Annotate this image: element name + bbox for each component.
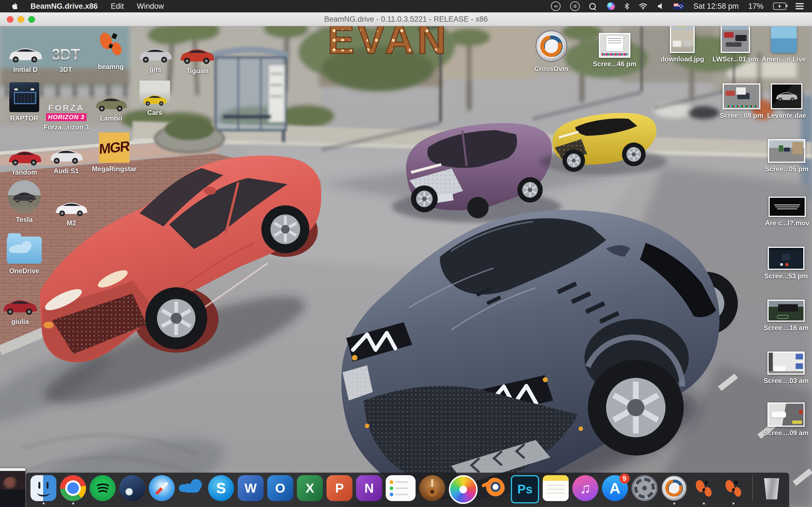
dock-item-powerpoint[interactable]: P [326, 475, 352, 504]
duet-display-icon[interactable]: d [570, 1, 580, 11]
menu-edit[interactable]: Edit [111, 2, 124, 11]
word-icon: W [238, 475, 264, 501]
menu-bar: BeamNG.drive.x86 Edit Window ∞ d Sat 12:… [0, 0, 812, 12]
australia-flag-icon[interactable] [673, 1, 684, 11]
desktop-icon-label: Scree....03 am [763, 377, 809, 385]
dock-item-beamng-1[interactable] [691, 475, 717, 504]
dock-item-system-preferences[interactable] [631, 475, 658, 504]
dock-item-notes[interactable] [543, 475, 569, 504]
desktop-icon-screenshot-46pm[interactable]: Scree...46 pm [591, 21, 639, 68]
desktop-icon-beamng[interactable]: beamng [87, 24, 135, 71]
minimized-window-thumbnail[interactable] [0, 468, 26, 507]
desktop-icon-crossover[interactable]: CrossOver [527, 26, 575, 73]
dock-item-outlook[interactable]: O [267, 475, 293, 504]
dock-item-chrome[interactable] [60, 475, 86, 504]
m2-thumbnail [53, 180, 89, 217]
dock-item-garageband[interactable] [419, 475, 445, 504]
desktop-icon-label: Scree....09 am [763, 429, 809, 437]
dock-item-trash[interactable] [759, 475, 784, 504]
desktop-icon-screenshot-16am[interactable]: Scree....16 am [762, 285, 810, 332]
desktop-icon-onedrive-folder[interactable]: OneDrive [0, 228, 48, 275]
desktop-icon-screenshot-53pm[interactable]: Scree...53 pm [762, 233, 810, 280]
desktop-icon-tesla[interactable]: Tesla [0, 177, 48, 224]
screenshot-thumbnail [767, 402, 805, 427]
wifi-icon[interactable] [639, 1, 648, 11]
tesla-thumbnail [8, 180, 41, 214]
menu-app-name[interactable]: BeamNG.drive.x86 [31, 2, 98, 11]
desktop-icon-label: Scree...53 pm [764, 272, 808, 280]
desktop-icon-levante-dae[interactable]: Levante.dae [763, 73, 811, 119]
3dt-logo: 3DT [52, 45, 80, 63]
adobe-creative-cloud-icon[interactable]: ∞ [551, 1, 560, 11]
desktop-icon-forza-horizon-3[interactable]: FORZAHORIZON 3 Forza...rizon 3 [42, 84, 90, 131]
menu-clock[interactable]: Sat 12:58 pm [693, 2, 739, 11]
desktop-icon-screenshot-09am[interactable]: Scree....09 am [762, 390, 810, 437]
onedrive-icon [179, 475, 204, 501]
volume-icon[interactable] [657, 1, 664, 11]
battery-charging-icon[interactable] [773, 1, 786, 11]
battery-percent: 17% [748, 2, 763, 11]
desktop-icon-screenshot-08pm[interactable]: Scree...08 pm [718, 73, 765, 119]
dock-item-beamng-2[interactable] [720, 475, 746, 504]
apple-icon[interactable] [10, 1, 17, 11]
desktop-icon-are-cars-mov[interactable]: Are c...l?.mov [763, 180, 811, 227]
screenshot-thumbnail [767, 351, 805, 375]
desktop-icon-tiguan[interactable]: Tiguan [173, 28, 221, 75]
desktop-icon-label: Levante.dae [767, 112, 806, 119]
desktop-icon-lambo[interactable]: Lambo [87, 75, 135, 122]
dock-item-finder[interactable] [31, 475, 56, 504]
minimize-button[interactable] [17, 16, 24, 23]
menu-window[interactable]: Window [137, 2, 164, 11]
notification-center-icon[interactable] [796, 1, 804, 11]
desktop-icon-label: giulia [11, 318, 29, 326]
photos-icon [449, 475, 477, 504]
desktop-icon-screenshot-03am[interactable]: Scree....03 am [762, 338, 810, 385]
screenshot-thumbnail [767, 300, 805, 322]
window-title-bar[interactable]: BeamNG.drive - 0.11.0.3.5221 - RELEASE -… [0, 12, 812, 26]
desktop-icon-giulia[interactable]: giulia [0, 279, 44, 326]
desktop-icon-label: MegaRingstar [92, 165, 137, 173]
desktop-icon-audi-s1[interactable]: Audi S1 [42, 128, 90, 175]
desktop-icon-label: Scree...05 pm [765, 165, 809, 173]
dock-item-word[interactable]: W [238, 475, 264, 504]
dock-item-steam[interactable] [119, 475, 145, 504]
audi-s1-thumbnail [48, 128, 85, 165]
onenote-icon: N [356, 475, 382, 501]
desktop-icon-megaringstar[interactable]: MGR MegaRingstar [90, 126, 138, 173]
excel-icon: X [297, 475, 323, 501]
spotlight-search-icon[interactable] [589, 1, 598, 11]
evan-sign: EVAN [327, 26, 449, 62]
zoom-button[interactable] [28, 16, 35, 23]
dock-item-safari[interactable] [149, 475, 175, 504]
dock-item-blender[interactable] [481, 475, 507, 504]
dock-item-reminders[interactable] [386, 475, 416, 504]
dock-item-onedrive[interactable] [179, 475, 204, 504]
dock-item-app-store[interactable]: A 9 [602, 475, 628, 504]
desktop-icon-raptor[interactable]: RAPTOR [0, 75, 48, 122]
chrome-icon [60, 475, 86, 501]
screenshot-thumbnail [599, 33, 630, 58]
dock-item-crossover[interactable] [661, 475, 687, 504]
dock-item-onenote[interactable]: N [356, 475, 382, 504]
siri-icon[interactable] [607, 1, 615, 11]
dock-item-itunes[interactable]: ♫ [572, 475, 598, 504]
desktop-icon-screenshot-05pm[interactable]: Scree...05 pm [763, 126, 811, 173]
dock-item-spotify[interactable] [90, 475, 116, 504]
desktop-icon-m2[interactable]: M2 [47, 180, 95, 227]
dock-item-photos[interactable] [449, 475, 477, 507]
desktop-icon-random[interactable]: random [1, 129, 49, 176]
trash-icon [759, 475, 784, 501]
app-store-icon: A 9 [602, 475, 628, 501]
bluetooth-icon[interactable] [624, 1, 629, 11]
dock-item-photoshop[interactable]: Ps [511, 475, 539, 507]
desktop-icon-gifs[interactable]: gifs [132, 27, 179, 73]
spotify-icon [90, 475, 116, 501]
desktop-icon-3dt[interactable]: 3DT 3DT [42, 27, 90, 73]
close-button[interactable] [7, 16, 13, 23]
megaringstar-thumbnail: MGR [99, 132, 130, 163]
dock-item-skype[interactable]: S [208, 475, 234, 504]
crossover-icon [661, 475, 687, 501]
reminders-icon [386, 475, 416, 501]
dock-item-excel[interactable]: X [297, 475, 323, 504]
desktop-icon-cars[interactable]: Cars [131, 70, 179, 117]
